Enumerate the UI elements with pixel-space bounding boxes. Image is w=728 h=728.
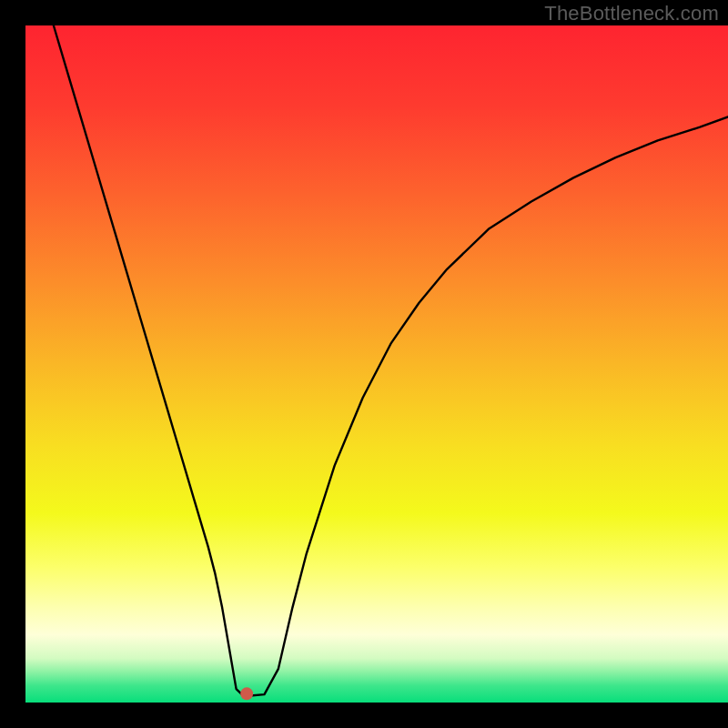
plot-background <box>25 25 728 703</box>
optimal-point-marker <box>240 687 253 700</box>
chart-frame: TheBottleneck.com <box>0 0 728 728</box>
bottleneck-chart <box>0 0 728 728</box>
